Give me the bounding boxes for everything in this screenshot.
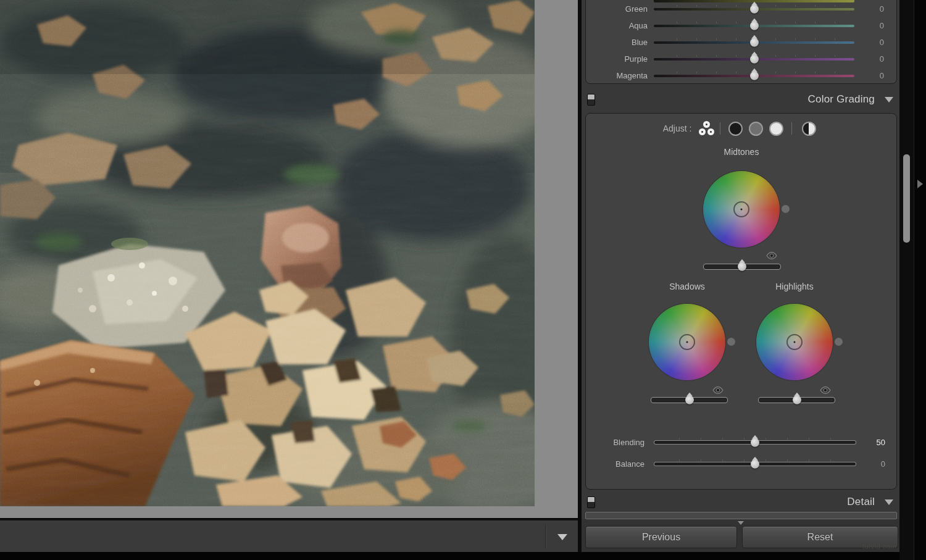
hsl-row-aqua: Aqua 0 (586, 17, 896, 34)
aqua-slider-thumb[interactable] (750, 22, 759, 30)
hsl-row-blue: Blue 0 (586, 34, 896, 51)
adjust-row: Adjust : (586, 121, 896, 136)
shadows-color-wheel[interactable] (649, 304, 725, 380)
highlights-label: Highlights (775, 282, 813, 291)
detail-header[interactable]: Detail (582, 491, 899, 514)
wheel-center-indicator[interactable] (679, 334, 695, 350)
highlights-color-wheel[interactable] (756, 304, 833, 380)
magenta-slider-track[interactable] (654, 75, 854, 77)
purple-slider-track[interactable] (654, 58, 854, 61)
blue-value[interactable]: 0 (861, 38, 884, 47)
magenta-slider-thumb[interactable] (750, 72, 759, 80)
balance-row: Balance 0 (586, 456, 896, 472)
midtones-saturation-slider[interactable] (703, 264, 781, 270)
toolbar-divider (545, 525, 546, 548)
panel-resize-caret[interactable] (738, 521, 744, 525)
panel-enable-toggle[interactable] (587, 94, 595, 106)
blending-slider-track[interactable] (654, 441, 856, 444)
highlights-range-icon[interactable] (769, 122, 783, 136)
hsl-row-green: Green 0 (586, 1, 896, 17)
purple-label: Purple (586, 54, 648, 64)
detail-title: Detail (847, 496, 875, 508)
blending-label: Blending (586, 438, 644, 447)
midtones-luminance-knob[interactable] (782, 205, 790, 213)
shadows-saturation-slider[interactable] (651, 397, 728, 403)
filmstrip-toolbar (0, 519, 578, 553)
wheel-center-indicator[interactable] (786, 334, 803, 350)
blue-label: Blue (586, 38, 648, 47)
highlights-saturation-slider[interactable] (758, 397, 835, 403)
green-value[interactable]: 0 (861, 4, 884, 14)
balance-value[interactable]: 0 (864, 459, 885, 469)
purple-value[interactable]: 0 (861, 54, 884, 64)
color-grading-header[interactable]: Color Grading (582, 88, 899, 111)
hsl-row-magenta: Magenta 0 (586, 67, 896, 84)
filmstrip-collapse-strip[interactable] (0, 552, 926, 560)
eye-icon[interactable] (819, 386, 832, 395)
color-grading-box: Adjust : Midtones Shadows Highlights (585, 113, 897, 490)
photo-canvas[interactable] (0, 0, 535, 506)
chevron-down-icon[interactable] (557, 534, 567, 540)
highlights-saturation-thumb[interactable] (793, 396, 801, 404)
shadows-saturation-thumb[interactable] (685, 396, 694, 404)
shadows-label: Shadows (669, 282, 705, 291)
balance-slider-thumb[interactable] (751, 459, 759, 468)
shadows-range-icon[interactable] (728, 122, 743, 136)
midtones-color-wheel[interactable] (703, 171, 780, 248)
magenta-label: Magenta (586, 71, 648, 80)
previous-button[interactable]: Previous (585, 526, 737, 548)
midtones-range-icon[interactable] (749, 122, 763, 136)
wheel-center-indicator[interactable] (733, 201, 749, 217)
blending-value[interactable]: 50 (864, 438, 885, 447)
highlights-luminance-knob[interactable] (835, 338, 843, 346)
hsl-sliders-box: Green 0 Aqua 0 Blue 0 Purple 0 Magenta 0 (585, 0, 897, 84)
purple-slider-thumb[interactable] (750, 55, 759, 64)
midtones-saturation-thumb[interactable] (738, 262, 746, 271)
green-slider-track[interactable] (654, 8, 854, 10)
adjust-label: Adjust : (663, 123, 692, 133)
green-slider-thumb[interactable] (750, 5, 759, 14)
balance-label: Balance (586, 459, 644, 469)
aqua-value[interactable]: 0 (861, 21, 884, 30)
chevron-down-icon[interactable] (885, 97, 893, 102)
midtones-label: Midtones (724, 147, 759, 157)
blue-slider-thumb[interactable] (750, 38, 759, 47)
loupe-content-area (0, 0, 578, 518)
panel-scrollbar (899, 0, 914, 560)
magenta-value[interactable]: 0 (861, 71, 884, 80)
blue-slider-track[interactable] (654, 41, 854, 44)
three-way-icon[interactable] (699, 121, 715, 136)
aqua-label: Aqua (586, 21, 648, 30)
watermark: tutvid com (862, 543, 896, 550)
color-grading-title: Color Grading (808, 93, 875, 106)
panel-scroll-track[interactable] (585, 512, 897, 519)
balance-slider-track[interactable] (654, 462, 856, 466)
aqua-slider-track[interactable] (654, 25, 854, 27)
panel-enable-toggle[interactable] (587, 496, 595, 508)
icon-separator (791, 122, 792, 135)
scrollbar-thumb[interactable] (903, 154, 910, 243)
hsl-row-purple: Purple 0 (586, 51, 896, 67)
panel-show-arrow-icon[interactable] (917, 180, 923, 188)
blending-slider-thumb[interactable] (751, 438, 759, 446)
icon-separator (720, 122, 720, 135)
shadows-luminance-knob[interactable] (727, 338, 735, 346)
chevron-down-icon[interactable] (885, 499, 893, 505)
blending-row: Blending 50 (586, 434, 896, 451)
green-label: Green (586, 4, 648, 14)
eye-icon[interactable] (712, 386, 724, 395)
eye-icon[interactable] (765, 251, 778, 260)
right-edge-strip (914, 0, 926, 560)
global-range-icon[interactable] (802, 122, 816, 136)
